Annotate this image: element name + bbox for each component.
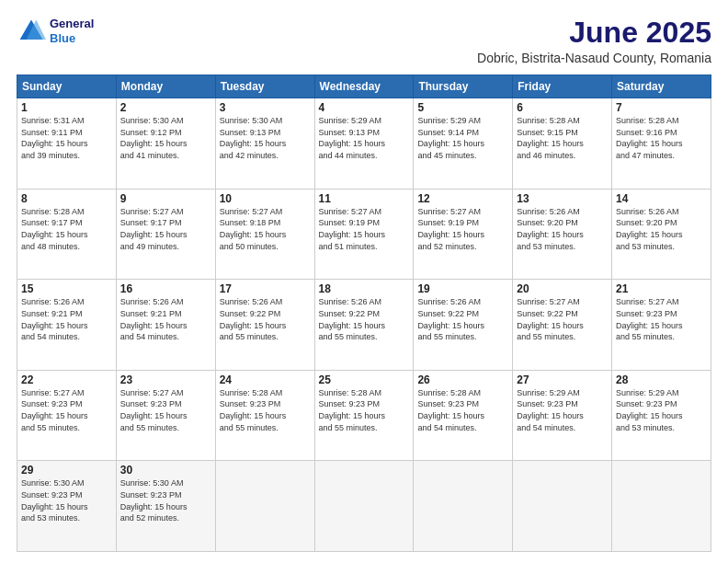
day-number: 7 bbox=[616, 101, 707, 114]
day-number: 15 bbox=[21, 282, 112, 295]
weekday-header-monday: Monday bbox=[116, 75, 215, 98]
day-number: 11 bbox=[319, 192, 410, 205]
day-number: 24 bbox=[220, 373, 311, 386]
day-info: Sunrise: 5:29 AM Sunset: 9:23 PM Dayligh… bbox=[616, 387, 707, 433]
day-cell: 16Sunrise: 5:26 AM Sunset: 9:21 PM Dayli… bbox=[116, 280, 215, 371]
day-number: 1 bbox=[21, 101, 112, 114]
day-info: Sunrise: 5:29 AM Sunset: 9:13 PM Dayligh… bbox=[319, 115, 410, 161]
day-info: Sunrise: 5:29 AM Sunset: 9:14 PM Dayligh… bbox=[417, 115, 508, 161]
day-number: 23 bbox=[120, 373, 211, 386]
day-info: Sunrise: 5:27 AM Sunset: 9:22 PM Dayligh… bbox=[517, 296, 608, 342]
day-cell: 26Sunrise: 5:28 AM Sunset: 9:23 PM Dayli… bbox=[414, 370, 513, 461]
day-number: 9 bbox=[120, 192, 211, 205]
day-number: 26 bbox=[417, 373, 508, 386]
day-cell: 17Sunrise: 5:26 AM Sunset: 9:22 PM Dayli… bbox=[215, 280, 314, 371]
day-cell: 10Sunrise: 5:27 AM Sunset: 9:18 PM Dayli… bbox=[215, 189, 314, 280]
day-cell: 1Sunrise: 5:31 AM Sunset: 9:11 PM Daylig… bbox=[17, 98, 117, 190]
day-cell: 14Sunrise: 5:26 AM Sunset: 9:20 PM Dayli… bbox=[612, 189, 711, 280]
day-number: 21 bbox=[616, 282, 707, 295]
day-cell: 8Sunrise: 5:28 AM Sunset: 9:17 PM Daylig… bbox=[17, 189, 117, 280]
page: General Blue June 2025 Dobric, Bistrita-… bbox=[0, 0, 728, 563]
day-cell: 24Sunrise: 5:28 AM Sunset: 9:23 PM Dayli… bbox=[215, 370, 314, 461]
day-cell: 15Sunrise: 5:26 AM Sunset: 9:21 PM Dayli… bbox=[17, 280, 117, 371]
day-number: 2 bbox=[120, 101, 211, 114]
day-number: 25 bbox=[319, 373, 410, 386]
weekday-header-tuesday: Tuesday bbox=[215, 75, 314, 98]
weekday-header-row: SundayMondayTuesdayWednesdayThursdayFrid… bbox=[17, 75, 711, 98]
weekday-header-sunday: Sunday bbox=[17, 75, 117, 98]
calendar-subtitle: Dobric, Bistrita-Nasaud County, Romania bbox=[477, 51, 711, 65]
week-row-1: 1Sunrise: 5:31 AM Sunset: 9:11 PM Daylig… bbox=[17, 98, 711, 190]
day-cell: 11Sunrise: 5:27 AM Sunset: 9:19 PM Dayli… bbox=[314, 189, 414, 280]
day-number: 22 bbox=[21, 373, 112, 386]
day-cell bbox=[414, 461, 513, 552]
day-number: 3 bbox=[220, 101, 311, 114]
day-cell: 22Sunrise: 5:27 AM Sunset: 9:23 PM Dayli… bbox=[17, 370, 117, 461]
logo-icon bbox=[17, 17, 46, 46]
day-number: 27 bbox=[517, 373, 608, 386]
day-cell: 2Sunrise: 5:30 AM Sunset: 9:12 PM Daylig… bbox=[116, 98, 215, 190]
day-info: Sunrise: 5:28 AM Sunset: 9:23 PM Dayligh… bbox=[417, 387, 508, 433]
day-cell: 21Sunrise: 5:27 AM Sunset: 9:23 PM Dayli… bbox=[612, 280, 711, 371]
day-info: Sunrise: 5:28 AM Sunset: 9:15 PM Dayligh… bbox=[517, 115, 608, 161]
day-cell bbox=[215, 461, 314, 552]
day-info: Sunrise: 5:28 AM Sunset: 9:17 PM Dayligh… bbox=[21, 206, 112, 252]
day-cell: 9Sunrise: 5:27 AM Sunset: 9:17 PM Daylig… bbox=[116, 189, 215, 280]
day-number: 29 bbox=[21, 464, 112, 477]
title-block: June 2025 Dobric, Bistrita-Nasaud County… bbox=[477, 17, 711, 65]
day-info: Sunrise: 5:26 AM Sunset: 9:20 PM Dayligh… bbox=[517, 206, 608, 252]
day-number: 6 bbox=[517, 101, 608, 114]
day-cell bbox=[513, 461, 612, 552]
logo-line1: General bbox=[50, 17, 94, 31]
day-info: Sunrise: 5:27 AM Sunset: 9:19 PM Dayligh… bbox=[417, 206, 508, 252]
logo-line2: Blue bbox=[50, 31, 94, 46]
day-info: Sunrise: 5:27 AM Sunset: 9:19 PM Dayligh… bbox=[319, 206, 410, 252]
day-info: Sunrise: 5:27 AM Sunset: 9:23 PM Dayligh… bbox=[120, 387, 211, 433]
day-number: 30 bbox=[120, 464, 211, 477]
day-number: 28 bbox=[616, 373, 707, 386]
day-info: Sunrise: 5:26 AM Sunset: 9:22 PM Dayligh… bbox=[220, 296, 311, 342]
day-number: 8 bbox=[21, 192, 112, 205]
day-info: Sunrise: 5:27 AM Sunset: 9:18 PM Dayligh… bbox=[220, 206, 311, 252]
logo-text: General Blue bbox=[50, 17, 94, 45]
day-info: Sunrise: 5:26 AM Sunset: 9:21 PM Dayligh… bbox=[120, 296, 211, 342]
logo: General Blue bbox=[17, 17, 94, 46]
day-cell: 19Sunrise: 5:26 AM Sunset: 9:22 PM Dayli… bbox=[414, 280, 513, 371]
week-row-3: 15Sunrise: 5:26 AM Sunset: 9:21 PM Dayli… bbox=[17, 280, 711, 371]
day-number: 4 bbox=[319, 101, 410, 114]
weekday-header-thursday: Thursday bbox=[414, 75, 513, 98]
day-number: 12 bbox=[417, 192, 508, 205]
day-info: Sunrise: 5:28 AM Sunset: 9:16 PM Dayligh… bbox=[616, 115, 707, 161]
day-cell: 3Sunrise: 5:30 AM Sunset: 9:13 PM Daylig… bbox=[215, 98, 314, 190]
week-row-2: 8Sunrise: 5:28 AM Sunset: 9:17 PM Daylig… bbox=[17, 189, 711, 280]
day-number: 13 bbox=[517, 192, 608, 205]
day-info: Sunrise: 5:30 AM Sunset: 9:12 PM Dayligh… bbox=[120, 115, 211, 161]
day-info: Sunrise: 5:26 AM Sunset: 9:22 PM Dayligh… bbox=[417, 296, 508, 342]
day-info: Sunrise: 5:26 AM Sunset: 9:22 PM Dayligh… bbox=[319, 296, 410, 342]
day-cell: 23Sunrise: 5:27 AM Sunset: 9:23 PM Dayli… bbox=[116, 370, 215, 461]
day-cell bbox=[314, 461, 414, 552]
calendar-table: SundayMondayTuesdayWednesdayThursdayFrid… bbox=[17, 75, 711, 552]
day-cell: 29Sunrise: 5:30 AM Sunset: 9:23 PM Dayli… bbox=[17, 461, 117, 552]
day-info: Sunrise: 5:26 AM Sunset: 9:21 PM Dayligh… bbox=[21, 296, 112, 342]
day-info: Sunrise: 5:30 AM Sunset: 9:13 PM Dayligh… bbox=[220, 115, 311, 161]
day-info: Sunrise: 5:27 AM Sunset: 9:23 PM Dayligh… bbox=[616, 296, 707, 342]
day-number: 18 bbox=[319, 282, 410, 295]
day-cell: 12Sunrise: 5:27 AM Sunset: 9:19 PM Dayli… bbox=[414, 189, 513, 280]
week-row-4: 22Sunrise: 5:27 AM Sunset: 9:23 PM Dayli… bbox=[17, 370, 711, 461]
day-cell: 6Sunrise: 5:28 AM Sunset: 9:15 PM Daylig… bbox=[513, 98, 612, 190]
day-number: 20 bbox=[517, 282, 608, 295]
weekday-header-saturday: Saturday bbox=[612, 75, 711, 98]
weekday-header-friday: Friday bbox=[513, 75, 612, 98]
weekday-header-wednesday: Wednesday bbox=[314, 75, 414, 98]
day-cell: 25Sunrise: 5:28 AM Sunset: 9:23 PM Dayli… bbox=[314, 370, 414, 461]
day-number: 5 bbox=[417, 101, 508, 114]
day-info: Sunrise: 5:30 AM Sunset: 9:23 PM Dayligh… bbox=[21, 477, 112, 523]
day-info: Sunrise: 5:29 AM Sunset: 9:23 PM Dayligh… bbox=[517, 387, 608, 433]
day-cell: 27Sunrise: 5:29 AM Sunset: 9:23 PM Dayli… bbox=[513, 370, 612, 461]
day-info: Sunrise: 5:28 AM Sunset: 9:23 PM Dayligh… bbox=[319, 387, 410, 433]
day-info: Sunrise: 5:27 AM Sunset: 9:17 PM Dayligh… bbox=[120, 206, 211, 252]
day-info: Sunrise: 5:26 AM Sunset: 9:20 PM Dayligh… bbox=[616, 206, 707, 252]
calendar-title: June 2025 bbox=[477, 17, 711, 49]
day-number: 16 bbox=[120, 282, 211, 295]
